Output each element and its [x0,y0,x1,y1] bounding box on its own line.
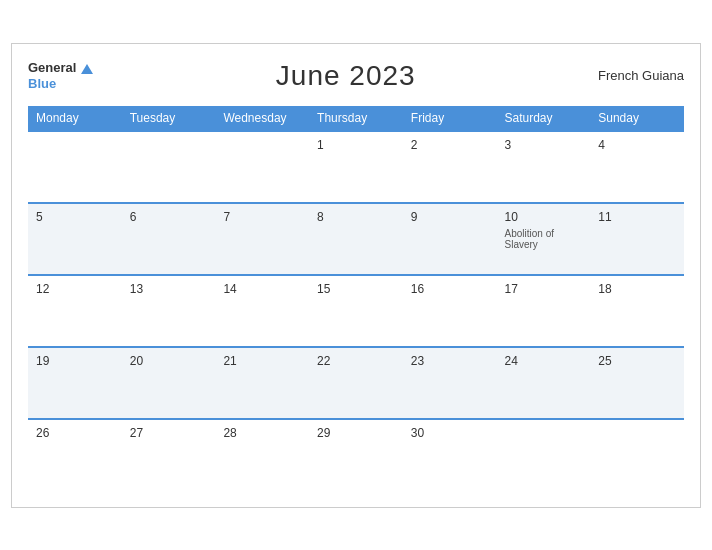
calendar-cell: 1 [309,131,403,203]
logo-top: General [28,60,93,76]
day-number: 1 [317,138,395,152]
day-number: 7 [223,210,301,224]
calendar-cell: 22 [309,347,403,419]
calendar-cell: 16 [403,275,497,347]
calendar-cell: 4 [590,131,684,203]
calendar-cell: 13 [122,275,216,347]
calendar-container: General Blue June 2023 French Guiana Mon… [11,43,701,508]
day-number: 18 [598,282,676,296]
calendar-cell: 19 [28,347,122,419]
calendar-header: General Blue June 2023 French Guiana [28,60,684,92]
calendar-cell: 2 [403,131,497,203]
calendar-cell: 24 [497,347,591,419]
calendar-cell: 10Abolition of Slavery [497,203,591,275]
calendar-week-row: 19202122232425 [28,347,684,419]
calendar-cell: 28 [215,419,309,491]
logo-triangle-icon [81,64,93,74]
logo-bottom: Blue [28,76,93,92]
calendar-cell: 30 [403,419,497,491]
calendar-cell [590,419,684,491]
calendar-cell: 23 [403,347,497,419]
col-wednesday: Wednesday [215,106,309,131]
day-number: 8 [317,210,395,224]
weekday-header-row: Monday Tuesday Wednesday Thursday Friday… [28,106,684,131]
day-number: 27 [130,426,208,440]
calendar-cell: 15 [309,275,403,347]
calendar-cell: 9 [403,203,497,275]
day-number: 3 [505,138,583,152]
col-friday: Friday [403,106,497,131]
day-number: 13 [130,282,208,296]
day-number: 19 [36,354,114,368]
day-number: 26 [36,426,114,440]
day-number: 12 [36,282,114,296]
day-number: 24 [505,354,583,368]
logo: General Blue [28,60,93,91]
calendar-cell: 12 [28,275,122,347]
calendar-cell [122,131,216,203]
day-number: 30 [411,426,489,440]
day-number: 9 [411,210,489,224]
calendar-week-row: 2627282930 [28,419,684,491]
col-monday: Monday [28,106,122,131]
calendar-week-row: 12131415161718 [28,275,684,347]
col-saturday: Saturday [497,106,591,131]
logo-general-text: General [28,60,76,75]
calendar-cell: 21 [215,347,309,419]
day-number: 5 [36,210,114,224]
calendar-region: French Guiana [598,68,684,83]
calendar-week-row: 1234 [28,131,684,203]
col-sunday: Sunday [590,106,684,131]
day-number: 17 [505,282,583,296]
day-number: 21 [223,354,301,368]
day-number: 15 [317,282,395,296]
calendar-week-row: 5678910Abolition of Slavery11 [28,203,684,275]
day-number: 16 [411,282,489,296]
day-number: 2 [411,138,489,152]
calendar-cell: 7 [215,203,309,275]
calendar-cell: 6 [122,203,216,275]
day-number: 10 [505,210,583,224]
calendar-cell: 27 [122,419,216,491]
day-number: 23 [411,354,489,368]
calendar-cell: 29 [309,419,403,491]
day-number: 6 [130,210,208,224]
col-thursday: Thursday [309,106,403,131]
calendar-cell: 5 [28,203,122,275]
calendar-table: Monday Tuesday Wednesday Thursday Friday… [28,106,684,491]
day-number: 20 [130,354,208,368]
holiday-label: Abolition of Slavery [505,228,583,250]
logo-blue-text: Blue [28,76,56,91]
calendar-cell [497,419,591,491]
day-number: 4 [598,138,676,152]
day-number: 25 [598,354,676,368]
day-number: 11 [598,210,676,224]
calendar-cell: 11 [590,203,684,275]
calendar-cell: 18 [590,275,684,347]
calendar-cell: 3 [497,131,591,203]
col-tuesday: Tuesday [122,106,216,131]
calendar-cell: 8 [309,203,403,275]
calendar-cell: 26 [28,419,122,491]
day-number: 28 [223,426,301,440]
day-number: 29 [317,426,395,440]
calendar-cell: 25 [590,347,684,419]
day-number: 14 [223,282,301,296]
calendar-cell [215,131,309,203]
calendar-cell: 20 [122,347,216,419]
calendar-cell: 14 [215,275,309,347]
day-number: 22 [317,354,395,368]
calendar-cell: 17 [497,275,591,347]
calendar-cell [28,131,122,203]
calendar-title: June 2023 [276,60,416,92]
